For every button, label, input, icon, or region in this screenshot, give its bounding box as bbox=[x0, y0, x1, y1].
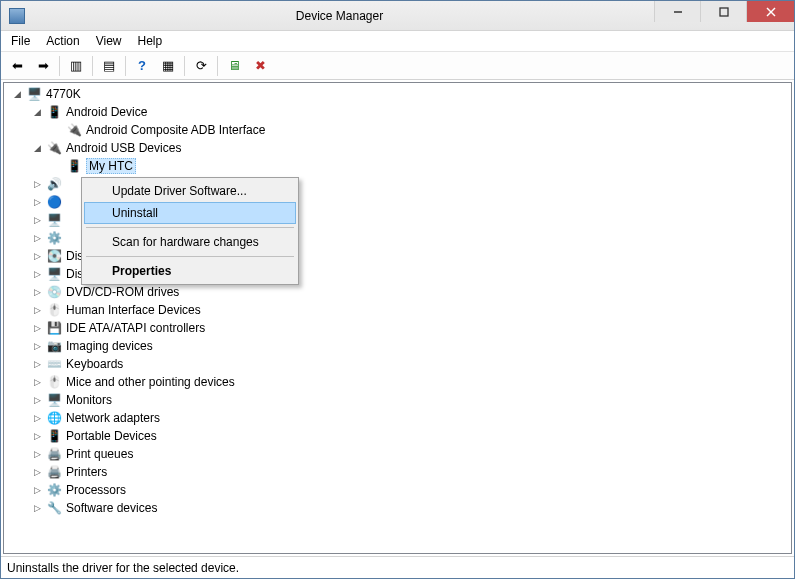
controller-icon: ⚙️ bbox=[46, 230, 62, 246]
collapse-icon[interactable]: ◢ bbox=[10, 87, 24, 101]
tree-item-android-device[interactable]: ◢ 📱 Android Device bbox=[8, 103, 791, 121]
expand-icon[interactable]: ▷ bbox=[30, 483, 44, 497]
tree-item[interactable]: ▷🖥️Monitors bbox=[8, 391, 791, 409]
ctx-uninstall[interactable]: Uninstall bbox=[84, 202, 296, 224]
expand-icon[interactable]: ▷ bbox=[30, 375, 44, 389]
app-icon bbox=[9, 8, 25, 24]
expand-icon[interactable]: ▷ bbox=[30, 213, 44, 227]
tree-item[interactable]: ▷🌐Network adapters bbox=[8, 409, 791, 427]
tree-label-selected: My HTC bbox=[86, 158, 136, 174]
status-text: Uninstalls the driver for the selected d… bbox=[7, 561, 239, 575]
expand-icon[interactable]: ▷ bbox=[30, 321, 44, 335]
device-icon: 🔌 bbox=[66, 122, 82, 138]
tree-label: Software devices bbox=[66, 501, 157, 515]
tree-label: DVD/CD-ROM drives bbox=[66, 285, 179, 299]
tree-label: Printers bbox=[66, 465, 107, 479]
tree-item[interactable]: ▷🖱️Human Interface Devices bbox=[8, 301, 791, 319]
ctx-update-driver[interactable]: Update Driver Software... bbox=[84, 180, 296, 202]
category-icon: 📱 bbox=[46, 428, 62, 444]
category-icon: 🖱️ bbox=[46, 374, 62, 390]
window-title: Device Manager bbox=[25, 9, 654, 23]
tree-label: Android USB Devices bbox=[66, 141, 181, 155]
tree-label: Network adapters bbox=[66, 411, 160, 425]
menu-view[interactable]: View bbox=[88, 32, 130, 50]
tree-item[interactable]: ▷🖨️Printers bbox=[8, 463, 791, 481]
tree-label: Imaging devices bbox=[66, 339, 153, 353]
window-icon: ▦ bbox=[162, 58, 174, 73]
category-icon: 🖥️ bbox=[46, 392, 62, 408]
category-icon: ⚙️ bbox=[46, 482, 62, 498]
expand-icon[interactable]: ▷ bbox=[30, 177, 44, 191]
action-button[interactable]: ▦ bbox=[156, 54, 180, 78]
expand-icon[interactable]: ▷ bbox=[30, 393, 44, 407]
show-hide-console-button[interactable]: ▥ bbox=[64, 54, 88, 78]
expand-icon[interactable]: ▷ bbox=[30, 231, 44, 245]
separator bbox=[184, 56, 185, 76]
separator bbox=[86, 256, 294, 257]
expand-icon[interactable]: ▷ bbox=[30, 501, 44, 515]
tree-item[interactable]: ▷🔧Software devices bbox=[8, 499, 791, 517]
tree-label: 4770K bbox=[46, 87, 81, 101]
scan-hardware-button[interactable]: 🖥 bbox=[222, 54, 246, 78]
help-button[interactable]: ? bbox=[130, 54, 154, 78]
arrow-right-icon: ➡ bbox=[38, 58, 49, 73]
tree-item-adb-interface[interactable]: 🔌 Android Composite ADB Interface bbox=[8, 121, 791, 139]
phone-icon: 📱 bbox=[66, 158, 82, 174]
spacer bbox=[50, 159, 64, 173]
category-icon: 🖥️ bbox=[46, 266, 62, 282]
tree-item-my-htc[interactable]: 📱 My HTC bbox=[8, 157, 791, 175]
collapse-icon[interactable]: ◢ bbox=[30, 141, 44, 155]
separator bbox=[86, 227, 294, 228]
collapse-icon[interactable]: ◢ bbox=[30, 105, 44, 119]
ctx-scan-hardware[interactable]: Scan for hardware changes bbox=[84, 231, 296, 253]
tree-label: Android Composite ADB Interface bbox=[86, 123, 265, 137]
device-tree[interactable]: ◢ 🖥️ 4770K ◢ 📱 Android Device 🔌 Android … bbox=[4, 83, 791, 553]
minimize-button[interactable] bbox=[654, 1, 700, 22]
menu-bar: File Action View Help bbox=[1, 31, 794, 52]
tree-item[interactable]: ▷⌨️Keyboards bbox=[8, 355, 791, 373]
close-button[interactable] bbox=[746, 1, 794, 22]
tree-item[interactable]: ▷⚙️Processors bbox=[8, 481, 791, 499]
back-button[interactable]: ⬅ bbox=[5, 54, 29, 78]
expand-icon[interactable]: ▷ bbox=[30, 249, 44, 263]
category-icon: 🖱️ bbox=[46, 302, 62, 318]
scan-icon: 🖥 bbox=[228, 58, 241, 73]
tree-item[interactable]: ▷📱Portable Devices bbox=[8, 427, 791, 445]
tree-label: Portable Devices bbox=[66, 429, 157, 443]
category-icon: 📷 bbox=[46, 338, 62, 354]
tree-root[interactable]: ◢ 🖥️ 4770K bbox=[8, 85, 791, 103]
expand-icon[interactable]: ▷ bbox=[30, 303, 44, 317]
category-icon: 💿 bbox=[46, 284, 62, 300]
forward-button[interactable]: ➡ bbox=[31, 54, 55, 78]
uninstall-button[interactable]: ✖ bbox=[248, 54, 272, 78]
menu-help[interactable]: Help bbox=[130, 32, 171, 50]
menu-action[interactable]: Action bbox=[38, 32, 87, 50]
tree-item[interactable]: ▷💿DVD/CD-ROM drives bbox=[8, 283, 791, 301]
menu-file[interactable]: File bbox=[3, 32, 38, 50]
tree-label: Mice and other pointing devices bbox=[66, 375, 235, 389]
properties-button[interactable]: ▤ bbox=[97, 54, 121, 78]
update-driver-button[interactable]: ⟳ bbox=[189, 54, 213, 78]
maximize-button[interactable] bbox=[700, 1, 746, 22]
tree-item-android-usb[interactable]: ◢ 🔌 Android USB Devices bbox=[8, 139, 791, 157]
expand-icon[interactable]: ▷ bbox=[30, 195, 44, 209]
expand-icon[interactable]: ▷ bbox=[30, 357, 44, 371]
expand-icon[interactable]: ▷ bbox=[30, 429, 44, 443]
expand-icon[interactable]: ▷ bbox=[30, 465, 44, 479]
properties-icon: ▤ bbox=[103, 58, 115, 73]
tree-item[interactable]: ▷🖱️Mice and other pointing devices bbox=[8, 373, 791, 391]
expand-icon[interactable]: ▷ bbox=[30, 339, 44, 353]
tree-item[interactable]: ▷🖨️Print queues bbox=[8, 445, 791, 463]
expand-icon[interactable]: ▷ bbox=[30, 285, 44, 299]
category-icon: ⌨️ bbox=[46, 356, 62, 372]
expand-icon[interactable]: ▷ bbox=[30, 411, 44, 425]
ctx-properties[interactable]: Properties bbox=[84, 260, 296, 282]
tree-item[interactable]: ▷💾IDE ATA/ATAPI controllers bbox=[8, 319, 791, 337]
expand-icon[interactable]: ▷ bbox=[30, 447, 44, 461]
tree-label: IDE ATA/ATAPI controllers bbox=[66, 321, 205, 335]
computer-icon: 🖥️ bbox=[26, 86, 42, 102]
tree-item[interactable]: ▷📷Imaging devices bbox=[8, 337, 791, 355]
expand-icon[interactable]: ▷ bbox=[30, 267, 44, 281]
svg-rect-1 bbox=[720, 8, 728, 16]
context-menu: Update Driver Software... Uninstall Scan… bbox=[81, 177, 299, 285]
